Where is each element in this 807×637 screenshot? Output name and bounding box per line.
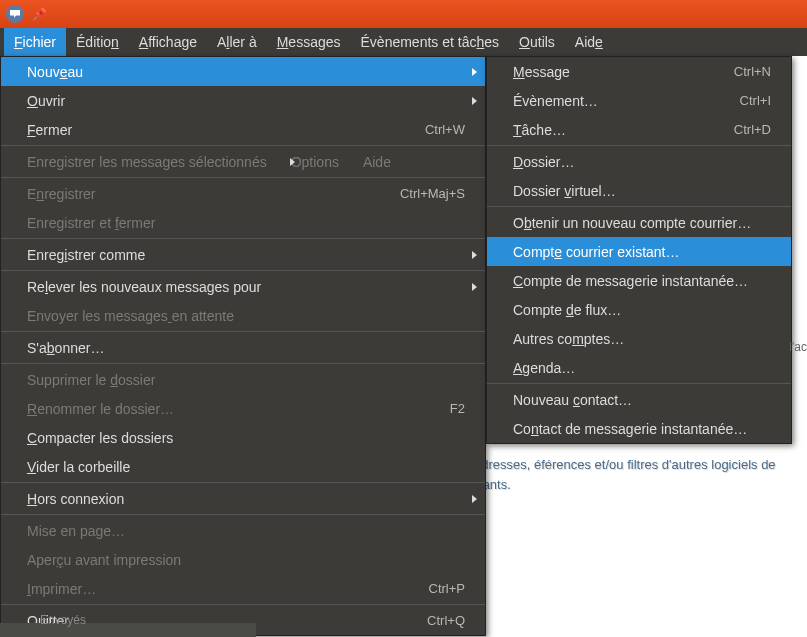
chevron-right-icon <box>290 158 295 166</box>
file-menu-separator <box>1 177 485 178</box>
titlebar: 📌 <box>0 0 807 28</box>
menubar-item--v-nements-et-t-ches[interactable]: Évènements et tâches <box>351 28 510 56</box>
file-menu-label: S'abonner… <box>27 340 465 356</box>
new-menu-label: Dossier… <box>513 154 771 170</box>
new-menu-separator <box>487 145 791 146</box>
file-menu-label: Mise en page… <box>27 523 465 539</box>
file-menu-label: Imprimer… <box>27 581 409 597</box>
sidebar-sent-label: Envoyés <box>40 613 86 627</box>
file-menu-separator <box>1 270 485 271</box>
file-menu-item-21[interactable]: Hors connexion <box>1 484 485 513</box>
new-menu-separator <box>487 206 791 207</box>
new-menu-label: Dossier virtuel… <box>513 183 771 199</box>
file-menu-separator <box>1 238 485 239</box>
file-menu-label: Envoyer les messages en attente <box>27 308 465 324</box>
file-menu-item-25: Imprimer…Ctrl+P <box>1 574 485 603</box>
file-menu-special-seg3: Aide <box>363 154 391 170</box>
new-menu-item-5[interactable]: Dossier virtuel… <box>487 176 791 205</box>
file-menu-item-19[interactable]: Vider la corbeille <box>1 452 485 481</box>
chevron-right-icon <box>472 251 477 259</box>
new-menu-item-1[interactable]: Évènement…Ctrl+I <box>487 86 791 115</box>
shortcut-label: Ctrl+Maj+S <box>400 186 465 201</box>
new-menu-separator <box>487 383 791 384</box>
new-menu-item-2[interactable]: Tâche…Ctrl+D <box>487 115 791 144</box>
file-menu-item-6: EnregistrerCtrl+Maj+S <box>1 179 485 208</box>
new-menu-item-0[interactable]: MessageCtrl+N <box>487 57 791 86</box>
new-menu-item-9[interactable]: Compte de messagerie instantanée… <box>487 266 791 295</box>
shortcut-label: Ctrl+D <box>734 122 771 137</box>
chevron-right-icon <box>472 283 477 291</box>
new-menu-label: Compte de messagerie instantanée… <box>513 273 771 289</box>
new-menu-label: Autres comptes… <box>513 331 771 347</box>
file-menu-item-24: Aperçu avant impression <box>1 545 485 574</box>
file-menu-item-14[interactable]: S'abonner… <box>1 333 485 362</box>
file-menu-label: Renommer le dossier… <box>27 401 430 417</box>
shortcut-label: Ctrl+W <box>425 122 465 137</box>
sidebar-bottom-strip <box>0 623 256 637</box>
new-submenu-dropdown: MessageCtrl+NÉvènement…Ctrl+ITâche…Ctrl+… <box>486 56 792 444</box>
file-menu-label: Fermer <box>27 122 405 138</box>
new-menu-label: Compte courrier existant… <box>513 244 771 260</box>
menubar-item-affichage[interactable]: Affichage <box>129 28 207 56</box>
new-menu-item-15[interactable]: Contact de messagerie instantanée… <box>487 414 791 443</box>
file-menu-item-11[interactable]: Relever les nouveaux messages pour <box>1 272 485 301</box>
menubar-item--dition[interactable]: Édition <box>66 28 129 56</box>
menubar-item-outils[interactable]: Outils <box>509 28 565 56</box>
pin-icon[interactable]: 📌 <box>32 7 47 21</box>
right-text-sliver: l'ac <box>789 340 807 354</box>
file-menu-item-1[interactable]: Ouvrir <box>1 86 485 115</box>
new-menu-item-10[interactable]: Compte de flux… <box>487 295 791 324</box>
file-menu-separator <box>1 363 485 364</box>
file-menu-label: Nouveau <box>27 64 465 80</box>
file-menu-label: Ouvrir <box>27 93 465 109</box>
file-menu-separator <box>1 514 485 515</box>
new-menu-label: Message <box>513 64 714 80</box>
file-menu-item-7: Enregistrer et fermer <box>1 208 485 237</box>
menubar-item-aide[interactable]: Aide <box>565 28 613 56</box>
file-menu-special-seg2: Options <box>291 154 339 170</box>
file-menu-separator <box>1 604 485 605</box>
file-menu-label: Enregistrer <box>27 186 380 202</box>
file-menu-label: Compacter les dossiers <box>27 430 465 446</box>
file-menu-separator <box>1 482 485 483</box>
file-menu-item-16: Supprimer le dossier <box>1 365 485 394</box>
file-menu-label: Relever les nouveaux messages pour <box>27 279 465 295</box>
menubar-item-aller-[interactable]: Aller à <box>207 28 267 56</box>
new-menu-item-7[interactable]: Obtenir un nouveau compte courrier… <box>487 208 791 237</box>
chevron-right-icon <box>472 97 477 105</box>
shortcut-label: Ctrl+P <box>429 581 465 596</box>
shortcut-label: Ctrl+I <box>740 93 771 108</box>
file-menu-dropdown: NouveauOuvrirFermerCtrl+WEnregistrer les… <box>0 56 486 636</box>
thunderbird-icon <box>6 5 24 23</box>
file-menu-item-2[interactable]: FermerCtrl+W <box>1 115 485 144</box>
new-menu-label: Tâche… <box>513 122 714 138</box>
new-menu-item-11[interactable]: Autres comptes… <box>487 324 791 353</box>
file-menu-item-4[interactable]: Enregistrer les messages sélectionnésOpt… <box>1 147 485 176</box>
new-menu-item-8[interactable]: Compte courrier existant… <box>487 237 791 266</box>
menubar-item-messages[interactable]: Messages <box>267 28 351 56</box>
chevron-right-icon <box>472 495 477 503</box>
file-menu-label: Enregistrer et fermer <box>27 215 465 231</box>
file-menu-separator <box>1 331 485 332</box>
new-menu-label: Évènement… <box>513 93 720 109</box>
new-menu-item-14[interactable]: Nouveau contact… <box>487 385 791 414</box>
file-menu-item-18[interactable]: Compacter les dossiers <box>1 423 485 452</box>
shortcut-label: Ctrl+N <box>734 64 771 79</box>
file-menu-item-12: Envoyer les messages en attente <box>1 301 485 330</box>
new-menu-item-4[interactable]: Dossier… <box>487 147 791 176</box>
new-menu-label: Compte de flux… <box>513 302 771 318</box>
new-menu-label: Agenda… <box>513 360 771 376</box>
menubar-item-fichier[interactable]: Fichier <box>4 28 66 56</box>
file-menu-item-17: Renommer le dossier…F2 <box>1 394 485 423</box>
file-menu-item-9[interactable]: Enregistrer comme <box>1 240 485 269</box>
file-menu-label: Vider la corbeille <box>27 459 465 475</box>
new-menu-label: Obtenir un nouveau compte courrier… <box>513 215 771 231</box>
file-menu-special-seg1: Enregistrer les messages sélectionnés <box>27 154 267 170</box>
file-menu-label: Aperçu avant impression <box>27 552 465 568</box>
file-menu-item-0[interactable]: Nouveau <box>1 57 485 86</box>
file-menu-label: Hors connexion <box>27 491 465 507</box>
new-menu-label: Nouveau contact… <box>513 392 771 408</box>
new-menu-item-12[interactable]: Agenda… <box>487 353 791 382</box>
file-menu-separator <box>1 145 485 146</box>
chevron-right-icon <box>472 68 477 76</box>
